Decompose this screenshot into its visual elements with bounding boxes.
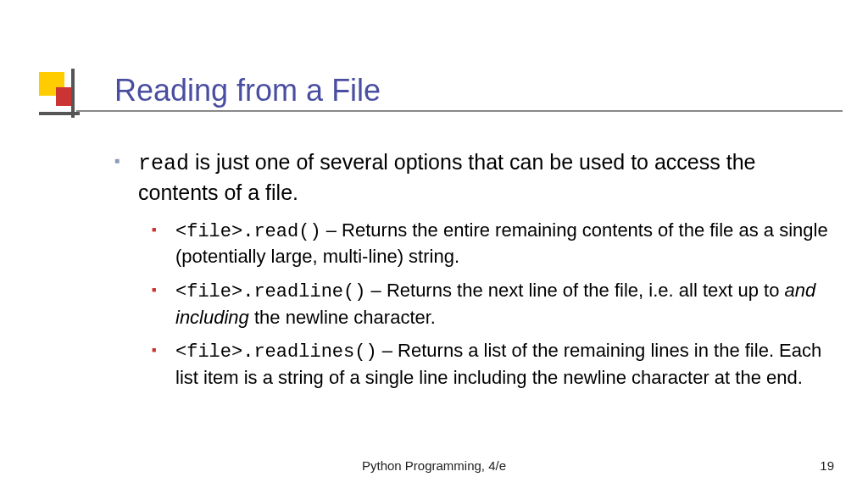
footer-page-number: 19 (820, 458, 834, 473)
code-file-readlines: <file>.readlines() (175, 341, 377, 363)
code-file-readline: <file>.readline() (175, 281, 365, 302)
sub-bullet-readline: <file>.readline() – Returns the next lin… (152, 278, 834, 330)
main-bullet: read is just one of several options that… (114, 148, 834, 208)
sub-bullet-read: <file>.read() – Returns the entire remai… (152, 218, 834, 269)
logo-decoration (39, 72, 81, 114)
sub2-text-a: – Returns the next line of the file, i.e… (365, 280, 784, 301)
sub-bullet-readlines: <file>.readlines() – Returns a list of t… (152, 338, 834, 390)
slide-content: read is just one of several options that… (114, 148, 834, 399)
slide-title: Reading from a File (114, 73, 381, 108)
code-file-read: <file>.read() (175, 221, 321, 242)
title-underline (76, 110, 843, 112)
sub2-text-b: the newline character. (249, 307, 436, 328)
bullet-text: is just one of several options that can … (138, 150, 755, 204)
code-read: read (138, 152, 189, 176)
footer-book-title: Python Programming, 4/e (0, 458, 868, 473)
